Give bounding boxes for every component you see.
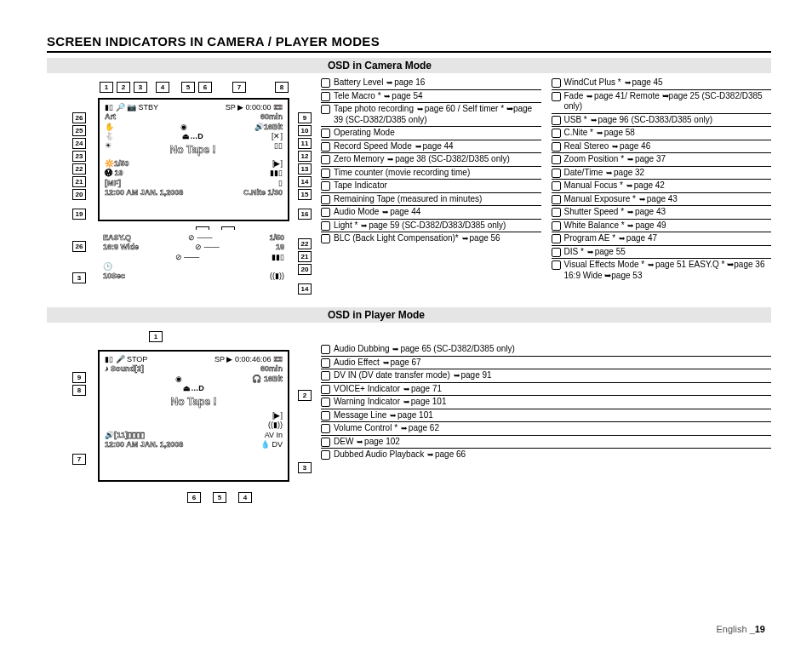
- osd-vol: 🔊[11]▮▮▮▮: [105, 431, 145, 440]
- callout: 24: [72, 138, 86, 149]
- list-item: Real Stereo page 46: [552, 140, 772, 154]
- callout: 3: [298, 462, 312, 473]
- camera-screen: ▮▯ 🔎 📷 STBY SP ▶ 0:00:00 📼 Art 60min ✋ ◉…: [98, 98, 289, 221]
- index-box: [321, 221, 330, 231]
- callout: 15: [298, 189, 312, 200]
- item-text: C.Nite * page 58: [564, 128, 772, 139]
- osd-notape: No Tape !: [105, 396, 283, 409]
- callout: 13: [298, 163, 312, 175]
- osd-eject: ⏏…D: [114, 132, 272, 141]
- list-item: Light * page 59 (SC-D382/D383/D385 only): [321, 220, 541, 233]
- index-box: [321, 358, 330, 368]
- osd-icon: ⊘ ——: [175, 253, 200, 262]
- index-box: [321, 424, 330, 433]
- callout: 12: [298, 151, 312, 162]
- list-item: Battery Level page 16: [321, 77, 541, 90]
- list-item: DIS * page 55: [552, 246, 772, 260]
- item-text: Manual Focus * page 42: [564, 180, 772, 192]
- index-box: [321, 450, 330, 460]
- item-text: WindCut Plus * page 45: [564, 77, 772, 89]
- index-box: [321, 155, 330, 164]
- list-item: Tele Macro * page 54: [321, 90, 541, 104]
- list-item: Warning Indicator page 101: [321, 396, 771, 409]
- list-item: Dubbed Audio Playback page 66: [321, 449, 771, 461]
- index-box: [321, 92, 330, 101]
- osd-shutter2: 1/50: [269, 233, 284, 243]
- item-text: Zoom Position * page 37: [564, 154, 772, 165]
- index-box: [552, 142, 561, 152]
- list-item: Remaining Tape (measured in minutes): [321, 193, 541, 207]
- list-item: White Balance * page 49: [552, 220, 772, 233]
- list-item: Audio Dubbing page 65 (SC-D382/D385 only…: [321, 343, 771, 357]
- list-item: USB * page 96 (SC-D383/D385 only): [552, 114, 772, 128]
- item-text: Volume Control * page 62: [334, 423, 771, 434]
- osd-icon: ((▮)): [268, 421, 283, 430]
- item-text: Fade page 41/ Remote ➥page 25 (SC-D382/D…: [564, 91, 772, 112]
- osd-icon: 🐇: [105, 132, 114, 141]
- list-item: Zero Memory page 38 (SC-D382/D385 only): [321, 153, 541, 167]
- index-box: [552, 78, 561, 88]
- camera-list-2: WindCut Plus * page 45Fade page 41/ Remo…: [552, 77, 772, 282]
- item-text: Time counter (movie recording time): [334, 168, 541, 179]
- callout: 6: [187, 492, 201, 503]
- list-item: BLC (Back Light Compensation)* page 56: [321, 232, 541, 245]
- index-box: [321, 195, 330, 204]
- callout: 5: [213, 492, 226, 503]
- list-item: Date/Time page 32: [552, 167, 772, 180]
- callout: 4: [156, 82, 169, 93]
- osd-icon: ✋: [105, 123, 114, 132]
- osd-art: Art: [105, 112, 116, 122]
- callout: 1: [100, 82, 113, 93]
- index-box: [321, 398, 330, 407]
- index-box: [321, 169, 330, 178]
- osd-icon: ▮▮▯: [270, 169, 283, 178]
- callout: 3: [134, 82, 147, 93]
- index-box: [552, 248, 561, 257]
- list-item: VOICE+ Indicator page 71: [321, 383, 771, 397]
- osd-wide: 16:9 Wide: [103, 243, 139, 252]
- section-camera: OSD in Camera Mode: [47, 58, 771, 73]
- callout: 26: [72, 112, 86, 123]
- index-box: [321, 129, 330, 138]
- callout: 20: [298, 264, 312, 275]
- callout: 22: [298, 238, 312, 249]
- osd-top-right: SP ▶ 0:00:00 📼: [226, 103, 283, 112]
- item-text: VOICE+ Indicator page 71: [334, 384, 771, 395]
- callout: 8: [72, 385, 86, 396]
- item-text: DEW page 102: [334, 437, 771, 448]
- item-text: Tele Macro * page 54: [334, 91, 541, 102]
- callout: 4: [238, 492, 252, 503]
- index-box: [552, 181, 561, 191]
- osd-clock: 12:00 AM JAN. 1,2008: [105, 188, 183, 197]
- footer-page: 19: [755, 624, 765, 634]
- osd-19: 19: [276, 243, 284, 252]
- index-box: [552, 92, 561, 101]
- index-box: [321, 411, 330, 421]
- index-box: [552, 208, 561, 217]
- list-item: Audio Effect page 67: [321, 357, 771, 370]
- list-item: Visual Effects Mode * page 51 EASY.Q * ➥…: [552, 259, 772, 282]
- osd-mins: 60min: [260, 112, 283, 122]
- item-text: Tape photo recording page 60 / Self time…: [334, 104, 541, 125]
- callout: 23: [72, 151, 86, 162]
- callout: 5: [181, 82, 195, 93]
- osd-icon: ▯: [278, 179, 283, 188]
- callout: 9: [72, 372, 86, 383]
- index-box: [552, 169, 561, 178]
- footer-lang: English: [716, 624, 746, 634]
- osd-icon: ⊘ ——: [188, 233, 213, 243]
- index-box: [321, 181, 330, 191]
- osd-icon: [▶]: [272, 411, 283, 421]
- item-text: Tape Indicator: [334, 180, 541, 192]
- item-text: Record Speed Mode page 44: [334, 141, 541, 152]
- callout: 9: [298, 112, 312, 123]
- callout: 20: [72, 189, 86, 200]
- osd-m19: Ⓜ 19: [105, 169, 123, 178]
- osd-top-left: ▮▯ 🔎 📷 STBY: [105, 103, 158, 112]
- index-box: [321, 208, 330, 217]
- list-item: DV IN (DV date transfer mode) page 91: [321, 369, 771, 383]
- index-box: [321, 142, 330, 152]
- osd-eject: ⏏…D: [105, 384, 283, 393]
- page-footer: English _19: [716, 624, 765, 634]
- item-text: Audio Dubbing page 65 (SC-D382/D385 only…: [334, 344, 771, 355]
